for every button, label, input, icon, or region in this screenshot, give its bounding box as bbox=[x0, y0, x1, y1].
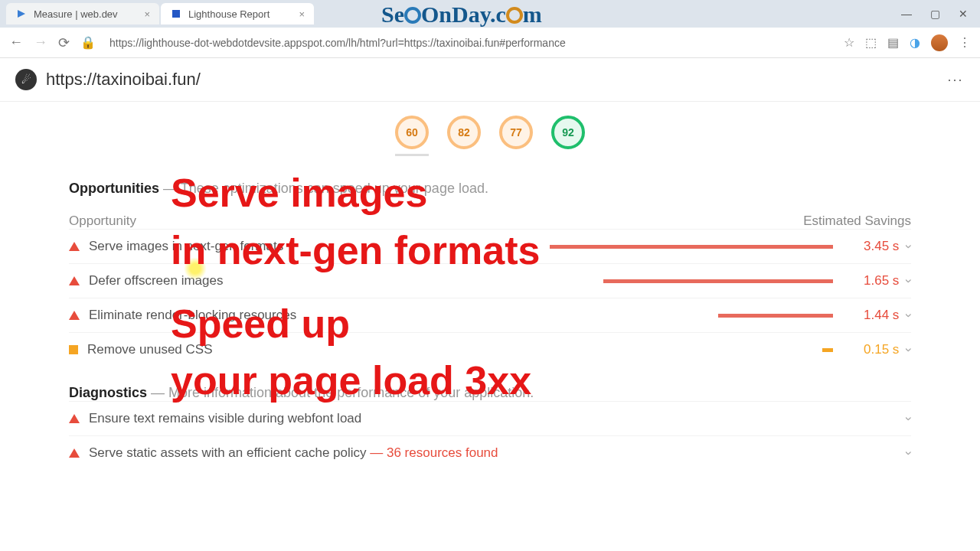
savings-bar bbox=[603, 279, 833, 283]
star-icon[interactable]: ☆ bbox=[844, 35, 854, 50]
lighthouse-logo-icon: ☄ bbox=[15, 69, 37, 90]
svg-rect-1 bbox=[172, 10, 180, 18]
forward-icon[interactable]: → bbox=[34, 34, 47, 51]
browser-tab-lighthouse[interactable]: Lighthouse Report × bbox=[161, 3, 314, 24]
severity-icon bbox=[69, 448, 80, 458]
reload-icon[interactable]: ⟳ bbox=[58, 34, 70, 51]
chevron-down-icon[interactable]: › bbox=[901, 347, 916, 352]
extension2-icon[interactable]: ▤ bbox=[887, 35, 899, 50]
chevron-down-icon[interactable]: › bbox=[901, 416, 916, 421]
overlay-text: Serve images bbox=[171, 172, 427, 214]
back-icon[interactable]: ← bbox=[9, 34, 23, 51]
window-controls: — ▢ ✕ bbox=[901, 8, 974, 20]
address-bar: ← → ⟳ 🔒 ☆ ⬚ ▤ ◑ ⋮ bbox=[0, 28, 980, 58]
diagnostic-row[interactable]: Serve static assets with an efficient ca… bbox=[69, 435, 911, 470]
chevron-down-icon[interactable]: › bbox=[901, 279, 916, 283]
chevron-down-icon[interactable]: › bbox=[901, 244, 916, 249]
menu-icon[interactable]: ⋮ bbox=[959, 35, 971, 50]
opportunities-table-head: Opportunity Estimated Savings bbox=[69, 214, 911, 229]
score-performance[interactable]: 60 bbox=[395, 116, 429, 149]
score-best-practices[interactable]: 77 bbox=[499, 116, 533, 149]
svg-marker-0 bbox=[18, 10, 25, 18]
maximize-icon[interactable]: ▢ bbox=[930, 8, 940, 20]
chevron-down-icon[interactable]: › bbox=[901, 313, 916, 318]
tab-favicon-icon bbox=[15, 8, 28, 20]
minimize-icon[interactable]: — bbox=[901, 8, 912, 20]
close-window-icon[interactable]: ✕ bbox=[959, 8, 968, 20]
overlay-text: Speed up bbox=[171, 303, 350, 345]
report-menu-icon[interactable]: ⋮ bbox=[946, 73, 965, 86]
severity-icon bbox=[69, 414, 80, 423]
browser-tab-measure[interactable]: Measure | web.dev × bbox=[6, 3, 159, 24]
savings-bar bbox=[718, 314, 833, 318]
severity-icon bbox=[69, 276, 80, 285]
url-input[interactable] bbox=[106, 34, 833, 52]
watermark-logo: SeOnDay.cm bbox=[381, 2, 542, 28]
score-seo[interactable]: 92 bbox=[551, 116, 585, 149]
diagnostic-row[interactable]: Ensure text remains visible during webfo… bbox=[69, 401, 911, 435]
report-header: ☄ https://taxinoibai.fun/ ⋮ bbox=[0, 58, 980, 102]
extension-icon[interactable]: ⬚ bbox=[865, 35, 877, 50]
overlay-text: your page load 3xx bbox=[171, 360, 531, 402]
close-icon[interactable]: × bbox=[144, 8, 150, 20]
tab-title: Measure | web.dev bbox=[34, 8, 118, 20]
lock-icon: 🔒 bbox=[80, 35, 96, 50]
extension3-icon[interactable]: ◑ bbox=[910, 35, 920, 50]
close-icon[interactable]: × bbox=[299, 8, 305, 20]
overlay-text: in next-gen formats bbox=[171, 230, 541, 272]
score-accessibility[interactable]: 82 bbox=[447, 116, 481, 149]
severity-icon bbox=[69, 311, 80, 320]
tested-url: https://taxinoibai.fun/ bbox=[46, 70, 201, 90]
chevron-down-icon[interactable]: › bbox=[901, 451, 916, 455]
savings-bar bbox=[550, 245, 833, 249]
score-row: 60 82 77 92 bbox=[0, 102, 980, 167]
savings-bar bbox=[822, 348, 833, 352]
tab-title: Lighthouse Report bbox=[188, 8, 270, 20]
severity-icon bbox=[69, 345, 78, 354]
tab-favicon-icon bbox=[170, 8, 182, 20]
avatar[interactable] bbox=[931, 34, 948, 51]
severity-icon bbox=[69, 242, 80, 251]
